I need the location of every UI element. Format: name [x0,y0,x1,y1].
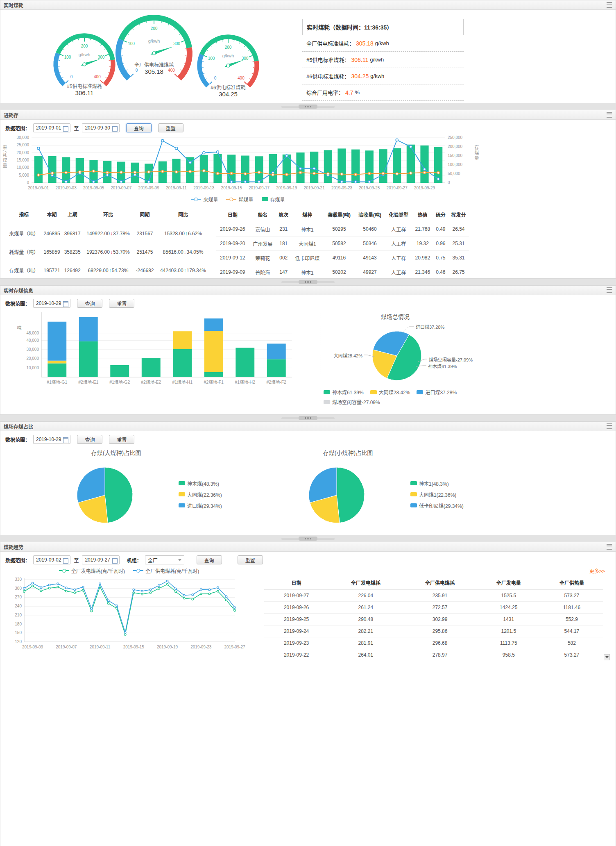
trend-line-chart: 1201501802102402703003302019-09-032019-0… [5,575,251,657]
query-button[interactable]: 查询 [77,299,102,308]
table-scroll-down-arrow[interactable] [604,654,610,660]
svg-text:#1煤场-H2: #1煤场-H2 [235,380,255,384]
legend-item[interactable]: 来煤量 [191,196,218,203]
legend-item[interactable]: 神木1(48.3%) [410,480,464,487]
svg-text:200: 200 [225,45,232,50]
scrollbar-thumb[interactable] [299,537,317,541]
query-button[interactable]: 查询 [197,555,222,564]
svg-text:大同煤28.42%: 大同煤28.42% [334,353,363,358]
svg-text:2019-09-25: 2019-09-25 [359,186,380,190]
svg-text:神木煤61.39%: 神木煤61.39% [428,364,457,369]
jhc-chart: 来/耗煤量 05,00010,00015,00020,00025,00030,0… [0,134,480,195]
panel-title: 实时煤耗 [4,2,23,9]
realtime-info-card: 实时煤耗（数据时间：11:36:35） 全厂供电标准煤耗：305.18g/kwh… [302,19,464,101]
query-button[interactable]: 查询 [126,123,152,132]
svg-text:150: 150 [15,630,22,635]
reset-button[interactable]: 重置 [238,555,263,564]
calendar-icon [112,126,118,132]
legend-item[interactable]: 全厂供电煤耗(克/千瓦时) [133,567,199,574]
svg-text:15,000: 15,000 [16,158,29,162]
svg-text:180: 180 [15,622,22,626]
info-row: #6供电标准煤耗：304.25g/kwh [302,68,464,84]
reset-button[interactable]: 重置 [158,123,183,132]
down-arrow-icon: ↓ [110,249,113,255]
legend-item[interactable]: 全厂发电煤耗(克/千瓦时) [59,567,125,574]
ship-table: 日期船名航次煤种装载量(吨)验收量(吨)化验类型热值硫分挥发分2019-09-2… [216,207,469,279]
svg-text:煤场空闲容量-27.09%: 煤场空闲容量-27.09% [429,357,473,362]
date-to-input[interactable]: 2019-09-27 [82,555,119,564]
svg-text:150,000: 150,000 [448,153,463,158]
panel-menu-icon[interactable] [607,287,612,293]
reset-button[interactable]: 重置 [109,435,134,444]
legend-item[interactable]: 耗煤量 [226,196,253,203]
svg-text:2019-09-19: 2019-09-19 [157,645,178,649]
svg-text:2019-09-03: 2019-09-03 [56,186,77,190]
svg-text:400: 400 [168,68,175,73]
legend-item[interactable]: 进口煤(29.34%) [179,502,222,509]
svg-text:2019-09-19: 2019-09-19 [276,186,297,190]
panel-menu-icon[interactable] [607,423,612,429]
svg-text:0: 0 [70,75,73,79]
legend-item[interactable]: 煤场空闲容量-27.09% [324,398,380,405]
trend-chart-block: 全厂发电煤耗(克/千瓦时)全厂供电煤耗(克/千瓦时) 1201501802102… [5,566,253,661]
svg-text:2019-09-03: 2019-09-03 [22,645,43,649]
svg-text:2019-09-27: 2019-09-27 [224,645,245,649]
svg-text:2019-09-05: 2019-09-05 [83,186,104,190]
more-link[interactable]: 更多>> [264,566,610,576]
panel-title: 煤耗趋势 [4,544,23,550]
panel-menu-icon[interactable] [607,544,612,550]
svg-text:2019-09-09: 2019-09-09 [138,186,160,190]
legend-item[interactable]: 神木煤(48.3%) [179,480,222,487]
date-from-input[interactable]: 2019-09-01 [33,123,70,132]
big-coal-pie-block: 存煤(大煤种)占比图 神木煤(48.3%)大同煤(22.36%)进口煤(29.3… [0,445,232,531]
legend-item[interactable]: 大同煤28.42% [370,389,410,396]
legend-item[interactable]: 大同煤1(22.36%) [410,491,464,498]
column-header: 船名 [249,207,276,222]
date-to-label: 至 [74,125,79,132]
svg-text:50,000: 50,000 [448,171,460,176]
svg-text:300: 300 [242,56,249,61]
reset-button[interactable]: 重置 [109,299,134,308]
date-to-value: 2019-09-27 [85,557,110,563]
trend-legend: 全厂发电煤耗(克/千瓦时)全厂供电煤耗(克/千瓦时) [5,566,253,575]
legend-item[interactable]: 存煤量 [262,196,285,203]
column-header: 验收量(吨) [354,207,385,222]
svg-text:g/kwh: g/kwh [79,52,91,57]
date-input[interactable]: 2019-10-29 [33,299,70,308]
pie-title: 存煤(大煤种)占比图 [0,445,232,457]
date-to-input[interactable]: 2019-09-30 [82,123,119,132]
unit-select[interactable]: 全厂 [145,555,184,564]
date-value: 2019-10-29 [36,437,61,442]
legend-item[interactable]: 大同煤(22.36%) [179,491,222,498]
svg-text:吨: 吨 [17,325,22,330]
scrollbar-thumb[interactable] [299,280,317,284]
date-input[interactable]: 2019-10-29 [33,435,70,444]
up-arrow-icon: ↑ [185,231,188,237]
scrollbar-thumb[interactable] [299,105,317,109]
legend-item[interactable]: 神木煤61.39% [324,389,364,396]
yard-pie-block: 煤场总情况 进口煤37.28%大同煤28.42%煤场空闲容量-27.09%神木煤… [321,309,469,405]
stacked-bar-chart: 10,00020,00030,00040,00048,000吨#1煤场-G1#2… [3,309,321,405]
svg-text:120: 120 [15,639,22,644]
panel-menu-icon[interactable] [607,2,612,8]
svg-text:40,000: 40,000 [26,338,39,343]
panel-coal-trend: 煤耗趋势 数据范围： 2019-09-02 至 2019-09-27 机组： 全… [0,542,616,846]
column-header: 日期 [264,576,328,590]
up-arrow-icon: ↑ [184,268,186,273]
legend-item[interactable]: 低卡印尼煤(29.34%) [410,502,464,509]
svg-text:#5供电标准煤耗: #5供电标准煤耗 [67,84,102,89]
svg-text:2019-09-11: 2019-09-11 [90,645,111,649]
table-row: 来煤量（吨）246895396817149922.00↓37.78%231567… [6,224,210,243]
query-button[interactable]: 查询 [77,435,102,444]
info-row: 全厂供电标准煤耗：305.18g/kwh [302,35,464,52]
scrollbar-thumb[interactable] [299,416,317,420]
table-row: 存煤量（吨）19572112649269229.00↑54.73%-246682… [6,261,210,279]
table-row: 2019-09-27226.04235.911525.5573.27 [264,590,603,602]
svg-text:200: 200 [151,26,158,31]
svg-text:5,000: 5,000 [19,173,29,177]
storage-controls: 数据范围： 2019-10-29 查询 重置 [0,295,616,308]
legend-item[interactable]: 进口煤37.28% [417,389,457,396]
left-axis-name: 来/耗煤量 [1,145,8,168]
date-from-input[interactable]: 2019-09-02 [33,555,70,564]
panel-menu-icon[interactable] [607,112,612,118]
